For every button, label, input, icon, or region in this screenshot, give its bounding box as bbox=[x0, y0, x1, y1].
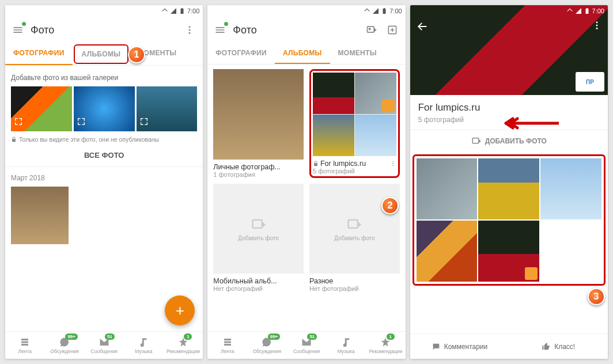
callout-2: 2 bbox=[381, 197, 399, 214]
screen-3-album-detail: 7:00 ПР For lumpics.ru 5 фотографий ДОБА… bbox=[410, 5, 608, 359]
status-bar: 7:00 bbox=[410, 5, 608, 17]
callout-1: 1 bbox=[128, 46, 145, 63]
tab-moments[interactable]: МОМЕНТЫ bbox=[330, 43, 385, 64]
nav-discussions[interactable]: 99+Обсуждения bbox=[45, 332, 85, 359]
expand-icon bbox=[77, 117, 86, 128]
expand-icon bbox=[139, 117, 149, 128]
nav-music[interactable]: Музыка bbox=[124, 332, 164, 359]
bottom-nav: Лента 99+Обсуждения 51Сообщения Музыка 1… bbox=[207, 331, 405, 359]
svg-point-1 bbox=[189, 29, 191, 31]
content: Добавьте фото из вашей галереи Только вы… bbox=[5, 66, 203, 331]
album-lumpics-highlighted[interactable]: For lumpics.ru 5 фотографий bbox=[309, 69, 400, 178]
wifi-icon bbox=[566, 7, 573, 14]
tab-albums-highlighted[interactable]: АЛЬБОМЫ bbox=[74, 44, 129, 64]
add-photo-button[interactable]: ДОБАВИТЬ ФОТО bbox=[410, 130, 608, 152]
nav-discussions[interactable]: 99+Обсуждения bbox=[247, 332, 287, 359]
photos-grid-highlighted bbox=[413, 154, 606, 286]
sticker-icon bbox=[382, 100, 395, 112]
sticker-icon bbox=[525, 267, 538, 280]
page-title: Фото bbox=[233, 24, 358, 36]
battery-icon bbox=[584, 7, 591, 14]
gallery-thumb[interactable] bbox=[137, 86, 198, 131]
nav-feed[interactable]: Лента bbox=[207, 332, 247, 359]
wifi-icon bbox=[364, 7, 370, 14]
svg-rect-14 bbox=[472, 138, 479, 143]
svg-point-0 bbox=[189, 26, 191, 28]
signal-icon bbox=[575, 7, 582, 14]
page-title: Фото bbox=[31, 24, 176, 36]
photo-thumb[interactable] bbox=[478, 221, 539, 282]
battery-icon bbox=[381, 7, 388, 14]
more-button[interactable] bbox=[592, 20, 602, 33]
photo-thumb[interactable] bbox=[540, 158, 601, 219]
more-icon[interactable] bbox=[389, 160, 396, 167]
nav-recommendations[interactable]: 1Рекомендации bbox=[164, 332, 203, 359]
section-label: Март 2018 bbox=[11, 174, 197, 182]
comments-button[interactable]: Комментарии bbox=[410, 334, 509, 359]
add-album-icon[interactable] bbox=[385, 22, 400, 37]
tab-albums[interactable]: АЛЬБОМЫ bbox=[275, 43, 330, 64]
status-bar: 7:00 bbox=[207, 5, 405, 17]
tab-photos[interactable]: ФОТОГРАФИИ bbox=[5, 43, 73, 65]
fab-add[interactable]: + bbox=[165, 295, 195, 325]
add-photo-placeholder-icon bbox=[346, 217, 362, 233]
albums-grid: Личные фотограф... 1 фотография For lump… bbox=[213, 69, 399, 292]
battery-icon bbox=[179, 7, 186, 14]
back-button[interactable] bbox=[416, 20, 429, 35]
nav-music[interactable]: Музыка bbox=[326, 332, 366, 359]
svg-point-8 bbox=[392, 165, 393, 166]
notification-dot bbox=[224, 22, 228, 26]
title-bar: Фото bbox=[207, 17, 405, 43]
bottom-nav: Лента 99+Обсуждения 51Сообщения Музыка 1… bbox=[5, 331, 203, 359]
wifi-icon bbox=[161, 7, 168, 14]
arrow-indicator bbox=[501, 116, 559, 130]
album-mobile[interactable]: Добавить фото Мобильный альб... Нет фото… bbox=[213, 184, 304, 293]
tabs: ФОТОГРАФИИ АЛЬБОМЫ МОМЕНТЫ bbox=[5, 43, 203, 66]
svg-point-7 bbox=[392, 163, 393, 164]
gallery-row bbox=[11, 86, 197, 131]
more-button[interactable] bbox=[182, 22, 197, 37]
svg-point-11 bbox=[596, 21, 597, 23]
nav-feed[interactable]: Лента bbox=[5, 332, 45, 359]
svg-rect-10 bbox=[349, 219, 358, 227]
expand-icon bbox=[14, 117, 23, 128]
photo-thumb[interactable] bbox=[11, 187, 69, 244]
photo-empty bbox=[540, 221, 601, 282]
lock-icon bbox=[313, 161, 319, 166]
clock: 7:00 bbox=[389, 7, 402, 14]
tab-photos[interactable]: ФОТОГРАФИИ bbox=[207, 43, 275, 64]
gallery-thumb[interactable] bbox=[11, 86, 72, 131]
thumbs-up-icon bbox=[542, 342, 551, 351]
signal-icon bbox=[372, 7, 379, 14]
album-title: For lumpics.ru bbox=[418, 102, 600, 113]
svg-point-6 bbox=[392, 161, 393, 162]
photo-thumb[interactable] bbox=[417, 158, 478, 219]
clock: 7:00 bbox=[592, 7, 604, 14]
sticker-badge: ПР bbox=[576, 72, 604, 92]
like-button[interactable]: Класс! bbox=[509, 334, 608, 359]
photo-thumb[interactable] bbox=[478, 158, 539, 219]
gallery-thumb[interactable] bbox=[74, 86, 135, 131]
menu-button[interactable] bbox=[11, 23, 25, 37]
lock-icon bbox=[11, 136, 17, 142]
comment-icon bbox=[432, 342, 441, 351]
callout-3: 3 bbox=[588, 288, 605, 305]
tabs: ФОТОГРАФИИ АЛЬБОМЫ МОМЕНТЫ bbox=[207, 43, 405, 65]
photo-thumb[interactable] bbox=[417, 221, 478, 282]
add-photo-icon[interactable] bbox=[364, 22, 379, 37]
content: Личные фотограф... 1 фотография For lump… bbox=[207, 65, 405, 331]
screen-2-albums: 7:00 Фото ФОТОГРАФИИ АЛЬБОМЫ МОМЕНТЫ Лич… bbox=[207, 5, 405, 359]
add-photo-icon bbox=[471, 136, 482, 146]
svg-point-2 bbox=[189, 32, 191, 34]
svg-rect-9 bbox=[252, 219, 262, 227]
album-personal[interactable]: Личные фотограф... 1 фотография bbox=[213, 69, 304, 178]
nav-messages[interactable]: 51Сообщения bbox=[84, 332, 124, 359]
nav-recommendations[interactable]: 1Рекомендации bbox=[366, 332, 406, 359]
svg-point-12 bbox=[596, 25, 597, 26]
all-photos-button[interactable]: ВСЕ ФОТО bbox=[11, 146, 197, 164]
menu-button[interactable] bbox=[213, 23, 227, 37]
screen-1-photos: 7:00 Фото ФОТОГРАФИИ АЛЬБОМЫ МОМЕНТЫ Доб… bbox=[5, 5, 203, 359]
add-hint: Добавьте фото из вашей галереи bbox=[11, 74, 197, 82]
nav-messages[interactable]: 51Сообщения bbox=[287, 332, 327, 359]
album-cover: ПР bbox=[410, 5, 608, 95]
